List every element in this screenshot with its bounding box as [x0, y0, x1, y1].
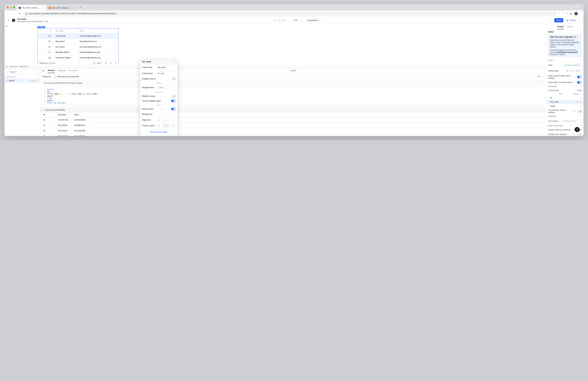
- collapse-icon[interactable]: ⌃: [580, 60, 582, 61]
- next-page-icon[interactable]: ›: [101, 62, 102, 64]
- trigger-mode-selector[interactable]: Run query automatically when inputs chan…: [42, 80, 544, 86]
- filter-icon[interactable]: ⏷: [110, 62, 112, 64]
- freeze-segment[interactable]: ⇤—⇥: [156, 124, 176, 128]
- reset-column-width-button[interactable]: Reset column width: [142, 130, 176, 134]
- forward-button[interactable]: →: [12, 12, 16, 15]
- column-title-input[interactable]: [156, 66, 176, 69]
- back-button[interactable]: ←: [6, 12, 10, 15]
- query-name-header[interactable]: query1: [290, 69, 296, 72]
- table-component[interactable]: id full_name email 14Ursula Usercustomer…: [38, 28, 118, 66]
- edit-link[interactable]: Edit: [44, 20, 48, 22]
- tab-list-dropdown-icon[interactable]: ⌄: [580, 6, 581, 8]
- tab-inspect[interactable]: Inspect: [557, 25, 564, 29]
- zoom-control[interactable]: − 100% +: [288, 18, 303, 22]
- help-fab[interactable]: ?: [575, 127, 580, 132]
- close-tab-icon[interactable]: ×: [43, 7, 44, 9]
- column-type-select[interactable]: ⊞Auto⌄: [156, 71, 176, 75]
- editable-toggle[interactable]: [171, 78, 176, 80]
- selected-component-frame[interactable]: ⠿ table1 id full_name email 14Ursula Use…: [37, 26, 119, 66]
- refresh-icon[interactable]: ⟳: [115, 62, 117, 64]
- col-header-fullname[interactable]: full_name: [54, 30, 78, 32]
- preview-button[interactable]: ▶ Preview ⌄: [566, 18, 582, 22]
- sort-mapped-toggle[interactable]: [171, 100, 176, 102]
- eye-icon[interactable]: 👁: [576, 101, 578, 103]
- table-row[interactable]: 12Eva Noyceeva.noyce@tryretool.com: [38, 44, 118, 50]
- reload-button[interactable]: ⟳: [18, 12, 22, 15]
- collapse-icon[interactable]: ⌃: [580, 86, 582, 87]
- column-item-fullname[interactable]: ⠿full_name👁: [546, 100, 584, 104]
- profile-avatar[interactable]: [574, 12, 578, 15]
- align-right-icon[interactable]: ⇥: [169, 118, 175, 122]
- desktop-icon[interactable]: ▭: [273, 18, 277, 22]
- filter-icon[interactable]: ≡: [38, 76, 39, 78]
- panel-icon[interactable]: ◧: [42, 69, 44, 72]
- maximize-window-icon[interactable]: [13, 6, 15, 8]
- query-list-item[interactable]: ⌬ query1 0.6s ···: [4, 78, 40, 83]
- collapse-icon[interactable]: ⌃: [580, 115, 582, 117]
- zoom-in-button[interactable]: +: [300, 19, 303, 22]
- mapped-value-input[interactable]: [156, 86, 176, 90]
- tab-advanced[interactable]: Advanced: [69, 69, 77, 72]
- address-bar[interactable]: 🔒 abt.tryretool.com/editor/d560d4ec-20e9…: [23, 11, 557, 16]
- browser-tab-active[interactable]: first name | Editor | Retool ×: [17, 5, 46, 11]
- component-tag[interactable]: ⠿ table1: [37, 26, 45, 28]
- share-icon[interactable]: ⇪: [559, 12, 560, 15]
- query-menu-icon[interactable]: ···: [35, 79, 39, 82]
- table-row[interactable]: 11Elizabeth Meetselizabeth@tryretool.com: [38, 50, 118, 55]
- resource-selector[interactable]: ⌬ onboarding_db (readonly): [52, 74, 536, 79]
- dynamic-columns-toggle[interactable]: [577, 110, 582, 112]
- window-traffic-lights[interactable]: [7, 6, 15, 8]
- table-row[interactable]: 10Rosemary Rogersrosemary@tryretool.com: [38, 55, 118, 61]
- table-row[interactable]: 14Ursula Usercustomer@example.com: [38, 33, 118, 39]
- prev-page-icon[interactable]: ‹: [91, 62, 91, 64]
- alignment-segment[interactable]: ⇤⇔⇥: [156, 118, 176, 122]
- component-menu-icon[interactable]: ···: [580, 31, 582, 33]
- col-header-id[interactable]: id: [38, 30, 54, 32]
- align-left-icon[interactable]: ⇤: [157, 118, 163, 122]
- close-icon[interactable]: ×: [174, 61, 176, 63]
- search-input[interactable]: [6, 70, 38, 74]
- download-icon[interactable]: ⬇: [105, 62, 107, 64]
- col-header-email[interactable]: email: [78, 30, 118, 32]
- hamburger-icon[interactable]: ☰: [6, 19, 10, 22]
- sql-editor[interactable]: 1select 2 id, 3 first_name || ' ' || las…: [42, 87, 544, 105]
- environment-selector[interactable]: production ⌄: [306, 18, 322, 22]
- tab-response[interactable]: Response: [58, 69, 66, 72]
- edit-resource-link[interactable]: Edit: [537, 75, 541, 78]
- show-column-toggle[interactable]: [171, 108, 176, 110]
- disable-sorting-toggle[interactable]: [171, 95, 176, 97]
- collapse-icon[interactable]: ⌃: [580, 125, 582, 127]
- add-column-button[interactable]: + Add: [577, 89, 582, 91]
- page-input[interactable]: [92, 62, 96, 65]
- disable-user-sel-toggle[interactable]: [577, 133, 582, 136]
- new-tab-button[interactable]: ＋: [78, 6, 83, 9]
- freeze-right-icon[interactable]: ⇥: [169, 124, 175, 127]
- freeze-left-icon[interactable]: ⇤: [157, 124, 163, 127]
- tab-create[interactable]: Create: [567, 26, 572, 28]
- freeze-none-icon[interactable]: —: [163, 124, 169, 127]
- column-item-id[interactable]: ⠿id: [548, 96, 582, 100]
- close-icon[interactable]: ×: [580, 35, 581, 37]
- chevron-down-icon[interactable]: ⌄: [577, 19, 580, 22]
- data-expression-input[interactable]: {{ query1.data }}: [563, 63, 582, 67]
- device-preview-toggle[interactable]: ▭ ▭ ▯: [273, 18, 286, 22]
- component-name[interactable]: table1: [548, 31, 554, 33]
- bookmark-icon[interactable]: ☆: [563, 12, 564, 15]
- share-button[interactable]: Share: [554, 18, 563, 22]
- empty-state-input[interactable]: No rows found: [565, 69, 582, 73]
- background-color-input[interactable]: [156, 112, 176, 116]
- side-panel-icon[interactable]: ◧: [570, 12, 572, 15]
- editable-checkbox[interactable]: [579, 101, 582, 103]
- app-name[interactable]: first name: [17, 18, 48, 20]
- chrome-menu-icon[interactable]: ⋮: [580, 12, 582, 15]
- close-tab-icon[interactable]: ×: [73, 7, 74, 9]
- canvas-area[interactable]: Main ⠿ table1 id full_name email: [4, 24, 546, 68]
- tablet-icon[interactable]: ▭: [277, 18, 282, 22]
- spinner-toggle[interactable]: [577, 76, 582, 78]
- tab-general[interactable]: General: [48, 69, 55, 73]
- more-menu-button[interactable]: ···: [547, 18, 552, 22]
- reset-toggle[interactable]: [577, 81, 582, 84]
- table-row[interactable]: 13Barry Borebarry@tryretool.com: [38, 39, 118, 44]
- editable-checkbox[interactable]: [579, 105, 582, 107]
- editable-checkbox[interactable]: [579, 97, 582, 99]
